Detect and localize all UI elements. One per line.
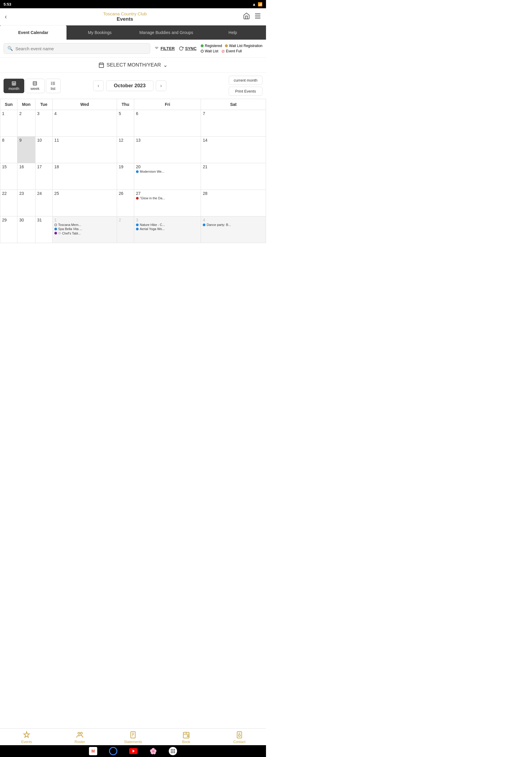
day-nov-1[interactable]: 1 Toscana Mem... Spa Bella Vita ... ⊙ Ch… [52,217,117,243]
header-sun: Sun [0,99,17,110]
view-list-button[interactable]: list [46,79,61,93]
view-month-button[interactable]: month [4,79,24,93]
event-label: Chef's Tabl... [62,231,81,235]
page-title: Events [103,16,147,22]
day-4[interactable]: 4 [52,110,117,136]
event-dance-party[interactable]: Dance party: B... [203,223,264,227]
week-label: week [30,86,39,91]
waitlist-label: Wait List [205,49,219,53]
tab-event-calendar[interactable]: Event Calendar [0,25,67,40]
svg-rect-10 [12,82,16,85]
filter-button[interactable]: FILTER [154,46,175,51]
prev-month-button[interactable]: ‹ [93,80,104,91]
tab-help[interactable]: Help [199,25,266,40]
day-19[interactable]: 19 [117,163,134,190]
legend-registered: Registered [201,44,222,48]
day-24[interactable]: 24 [35,190,52,217]
day-13[interactable]: 13 [134,136,201,163]
day-nov-4[interactable]: 4 Dance party: B... [201,217,266,243]
day-31[interactable]: 31 [35,217,52,243]
list-icon [51,81,56,86]
search-filter-bar: 🔍 FILTER SYNC Registered Wait List Regis… [0,40,266,58]
calendar-grid: Sun Mon Tue Wed Thu Fri Sat 1 2 3 4 5 6 … [0,99,266,243]
header-wed: Wed [52,99,117,110]
day-5[interactable]: 5 [117,110,134,136]
day-6[interactable]: 6 [134,110,201,136]
day-17[interactable]: 17 [35,163,52,190]
registered-dot [201,45,204,47]
select-month-button[interactable]: SELECT MONTH/YEAR ⌄ [99,62,168,68]
day-29[interactable]: 29 [0,217,17,243]
view-buttons: month week list [4,79,61,93]
week-grid-icon [33,81,37,86]
day-28[interactable]: 28 [201,190,266,217]
day-25[interactable]: 25 [52,190,117,217]
header-sat: Sat [201,99,266,110]
day-27[interactable]: 27 "Glow in the Da... [134,190,201,217]
day-20[interactable]: 20 Modernism We... [134,163,201,190]
waitlist-circle [201,50,204,53]
event-dot-magenta [136,197,139,199]
current-month-button[interactable]: current month [229,76,262,85]
header-thu: Thu [117,99,134,110]
event-glow[interactable]: "Glow in the Da... [136,197,199,200]
event-toscana-mem[interactable]: Toscana Mem... [54,223,115,227]
calendar-week-3: 15 16 17 18 19 20 Modernism We... 21 [0,163,266,190]
calendar-week-1: 1 2 3 4 5 6 7 [0,110,266,136]
day-nov-3[interactable]: 3 Nature Hike - C... Aerial Yoga Wo... [134,217,201,243]
event-label: Dance party: B... [207,223,231,227]
day-21[interactable]: 21 [201,163,266,190]
event-full-icon: ⊘ [222,49,225,53]
event-spa-bella[interactable]: Spa Bella Vita ... [54,227,115,231]
print-events-button[interactable]: Print Events [229,87,262,96]
home-icon [243,13,250,19]
menu-button[interactable] [254,13,261,21]
day-9-today[interactable]: 9 [17,136,36,163]
day-15[interactable]: 15 [0,163,17,190]
event-chefs-table[interactable]: ⊙ Chef's Tabl... [54,231,115,235]
day-14[interactable]: 14 [201,136,266,163]
next-month-button[interactable]: › [156,80,166,91]
event-dot-blue [136,224,139,226]
event-aerial-yoga[interactable]: Aerial Yoga Wo... [136,227,199,231]
waitlist-reg-dot [225,45,228,47]
day-nov-2[interactable]: 2 [117,217,134,243]
event-modernism[interactable]: Modernism We... [136,170,199,173]
home-button[interactable] [243,13,250,21]
day-1[interactable]: 1 [0,110,17,136]
calendar-week-2: 8 9 10 11 12 13 14 [0,136,266,163]
day-11[interactable]: 11 [52,136,117,163]
day-18[interactable]: 18 [52,163,117,190]
wait-icon: ⊙ [58,231,61,235]
waitlist-reg-label: Wait List Registration [229,44,262,48]
calendar-week-5: 29 30 31 1 Toscana Mem... Spa Bella Vita… [0,217,266,243]
search-input[interactable] [15,46,146,51]
status-bar: 5:53 ▲ 📶 [0,0,266,8]
month-label: month [9,86,19,91]
day-26[interactable]: 26 [117,190,134,217]
tab-my-bookings[interactable]: My Bookings [67,25,133,40]
svg-point-23 [51,84,51,85]
view-week-button[interactable]: week [25,79,44,93]
legend-row-1: Registered Wait List Registration [201,44,262,48]
calendar-icon [99,62,104,68]
sync-button[interactable]: SYNC [179,46,196,51]
event-label: Aerial Yoga Wo... [140,227,164,231]
day-3[interactable]: 3 [35,110,52,136]
day-8[interactable]: 8 [0,136,17,163]
event-nature-hike[interactable]: Nature Hike - C... [136,223,199,227]
event-label: Toscana Mem... [58,223,81,227]
day-2[interactable]: 2 [17,110,36,136]
day-12[interactable]: 12 [117,136,134,163]
day-7[interactable]: 7 [201,110,266,136]
day-10[interactable]: 10 [35,136,52,163]
back-button[interactable]: ‹ [5,13,7,21]
day-22[interactable]: 22 [0,190,17,217]
day-23[interactable]: 23 [17,190,36,217]
day-16[interactable]: 16 [17,163,36,190]
tab-manage-buddies[interactable]: Manage Buddies and Groups [133,25,199,40]
day-30[interactable]: 30 [17,217,36,243]
current-month-display: October 2023 [106,80,153,91]
registered-label: Registered [205,44,222,48]
event-label: Nature Hike - C... [140,223,165,227]
